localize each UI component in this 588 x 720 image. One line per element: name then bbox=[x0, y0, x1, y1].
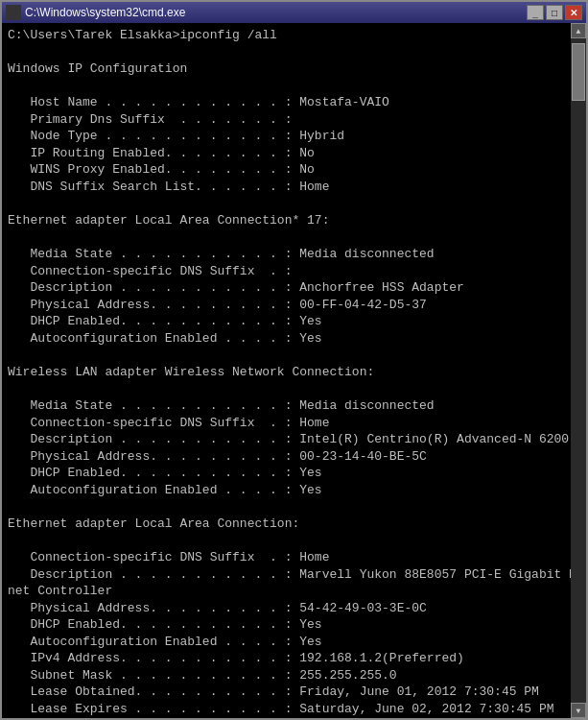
scroll-thumb-area bbox=[571, 38, 586, 703]
titlebar-title: C:\Windows\system32\cmd.exe bbox=[6, 5, 185, 20]
cmd-window: C:\Windows\system32\cmd.exe _ □ ✕ C:\Use… bbox=[0, 0, 588, 720]
minimize-button[interactable]: _ bbox=[527, 5, 544, 20]
window-title: C:\Windows\system32\cmd.exe bbox=[25, 6, 185, 19]
maximize-button[interactable]: □ bbox=[546, 5, 563, 20]
close-button[interactable]: ✕ bbox=[565, 5, 582, 20]
titlebar-buttons: _ □ ✕ bbox=[527, 5, 582, 20]
scroll-down-button[interactable]: ▼ bbox=[571, 703, 586, 718]
cmd-icon bbox=[6, 5, 21, 20]
scroll-thumb[interactable] bbox=[572, 43, 585, 101]
scrollbar-track: ▲ ▼ bbox=[571, 23, 586, 718]
titlebar: C:\Windows\system32\cmd.exe _ □ ✕ bbox=[2, 2, 586, 23]
console-area: C:\Users\Tarek Elsakka>ipconfig /all Win… bbox=[2, 23, 586, 718]
scroll-up-button[interactable]: ▲ bbox=[571, 23, 586, 38]
console-output[interactable]: C:\Users\Tarek Elsakka>ipconfig /all Win… bbox=[2, 23, 571, 718]
